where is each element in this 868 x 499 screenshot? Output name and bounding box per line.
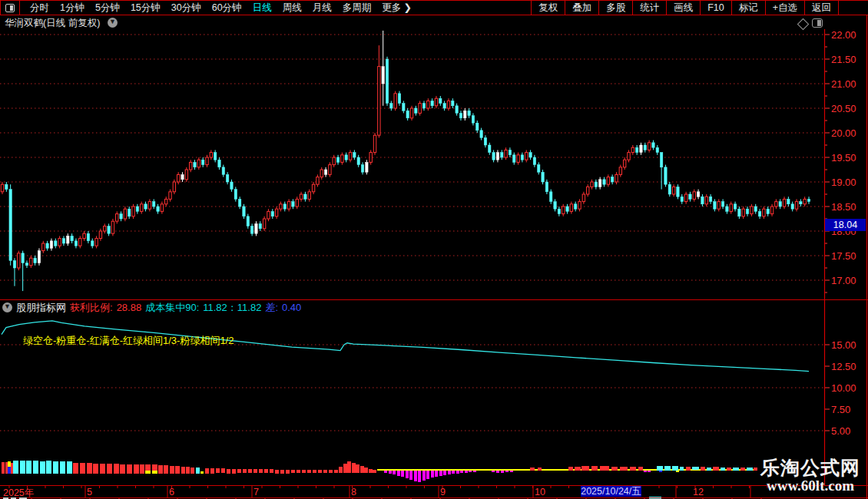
menu-item-15分钟[interactable]: 15分钟: [125, 2, 166, 15]
profit-ratio-label: 获利比例:: [70, 301, 113, 315]
time-axis-label: 6: [169, 487, 174, 497]
menu-item-月线[interactable]: 月线: [307, 2, 337, 15]
time-axis-label: 7: [253, 487, 259, 497]
watermark: 乐淘公式网 www.60lt.com: [757, 458, 864, 494]
price-axis-label: 19.00: [831, 177, 856, 188]
indicator-axis-label: 15.00: [831, 339, 856, 351]
cost-concentration-label: 成本集中90:: [145, 301, 199, 315]
menu-item-标记[interactable]: 标记: [731, 1, 765, 15]
chart-canvas[interactable]: [0, 0, 868, 499]
menu-item-更多 ❯[interactable]: 更多 ❯: [376, 2, 417, 15]
cost-concentration-value: 11.82：11.82: [203, 301, 261, 315]
period-menu: 分时1分钟5分钟15分钟30分钟60分钟日线周线月线多周期更多 ❯: [25, 1, 417, 15]
menu-item-5分钟[interactable]: 5分钟: [90, 2, 125, 15]
indicator-header: ▼ 股朋指标网 获利比例: 28.88 成本集中90: 11.82：11.82 …: [2, 302, 305, 313]
menu-item-统计[interactable]: 统计: [632, 1, 666, 15]
menu-item-多股[interactable]: 多股: [598, 1, 632, 15]
last-price-marker: 18.04: [825, 219, 866, 231]
indicator-axis-label: 5.00: [831, 425, 850, 437]
trading-app-window: 分时1分钟5分钟15分钟30分钟60分钟日线周线月线多周期更多 ❯ 复权叠加多股…: [0, 0, 868, 499]
page-title: 华润双鹤(日线 前复权): [5, 17, 100, 30]
price-axis-label: 17.00: [831, 275, 856, 286]
indicator-axis-label: 12.50: [831, 361, 856, 372]
diff-value: 0.40: [282, 302, 301, 313]
price-axis-label: 19.50: [831, 152, 856, 164]
panel-toggle-icon[interactable]: [812, 18, 823, 28]
time-axis[interactable]: [0, 485, 868, 498]
menu-item-画线[interactable]: 画线: [666, 1, 700, 15]
top-menu-bar: 分时1分钟5分钟15分钟30分钟60分钟日线周线月线多周期更多 ❯ 复权叠加多股…: [0, 0, 868, 15]
menu-item-多周期[interactable]: 多周期: [337, 2, 377, 15]
menu-item-日线[interactable]: 日线: [247, 2, 277, 15]
selected-date-badge: 2025/10/24/五: [581, 486, 641, 497]
time-axis-label: 5: [87, 487, 92, 497]
menu-item-+自选[interactable]: +自选: [765, 1, 804, 15]
price-axis-label: 22.00: [831, 29, 856, 41]
menu-item-复权[interactable]: 复权: [531, 1, 565, 15]
menu-item-F10[interactable]: F10: [700, 1, 731, 15]
title-row: 华润双鹤(日线 前复权) ▼: [0, 16, 868, 29]
indicator-legend-text: 绿空仓-粉重仓-红满仓-红绿相间1/3-粉绿相间1/2: [23, 334, 234, 348]
menu-item-60分钟[interactable]: 60分钟: [207, 2, 247, 15]
tools-menu: 复权叠加多股统计画线F10标记+自选返回: [531, 1, 839, 15]
menu-item-叠加[interactable]: 叠加: [565, 1, 598, 15]
menu-item-分时[interactable]: 分时: [25, 2, 55, 15]
menu-item-返回[interactable]: 返回: [804, 1, 839, 15]
watermark-site-name: 乐淘公式网: [757, 458, 864, 478]
indicator-axis-label: 10.00: [831, 382, 856, 394]
time-axis-label: 9: [440, 487, 446, 497]
chevron-down-icon[interactable]: ▼: [108, 18, 118, 28]
price-axis-label: 17.50: [831, 250, 856, 262]
price-axis-label: 20.50: [831, 103, 856, 114]
menu-item-周线[interactable]: 周线: [277, 2, 307, 15]
chevron-down-icon[interactable]: ▼: [2, 302, 12, 312]
watermark-url: www.60lt.com: [757, 478, 864, 494]
price-axis-label: 21.50: [831, 54, 856, 65]
layout-icon: [5, 4, 15, 12]
profit-ratio-value: 28.88: [117, 302, 142, 313]
menu-item-30分钟[interactable]: 30分钟: [166, 2, 207, 15]
price-axis-label: 21.00: [831, 78, 856, 90]
layout-toggle-button[interactable]: [0, 1, 20, 15]
diamond-icon[interactable]: [797, 18, 810, 31]
time-axis-label: 10: [535, 487, 545, 497]
price-axis-label: 20.00: [831, 127, 856, 139]
menu-item-1分钟[interactable]: 1分钟: [55, 2, 90, 15]
indicator-source: 股朋指标网: [16, 301, 66, 315]
indicator-axis-label: 7.50: [831, 404, 850, 415]
price-axis-label: 18.50: [831, 201, 856, 213]
time-axis-label: 12: [693, 487, 704, 497]
time-axis-label: 8: [351, 487, 356, 497]
diff-label: 差:: [265, 301, 278, 315]
